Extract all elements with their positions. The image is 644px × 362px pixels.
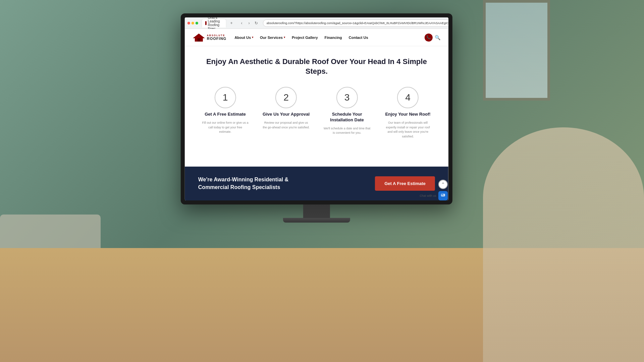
- browser-tab[interactable]: Ohio's Leading Roofing Spec...: [202, 19, 226, 27]
- browser-chrome-bar: Ohio's Leading Roofing Spec... + ‹ › ↻ a…: [185, 17, 448, 29]
- nav-links: About Us ▾ Our Services ▾ Project Galler…: [234, 36, 425, 40]
- url-text: absoluteroofing.com/?https://absoluteroo…: [266, 21, 448, 25]
- forward-button[interactable]: ›: [246, 20, 252, 26]
- close-button-dot[interactable]: [187, 22, 190, 24]
- monitor-screen: Ohio's Leading Roofing Spec... + ‹ › ↻ a…: [185, 17, 448, 200]
- website-content: ABSOLUTE ROOFING About Us ▾ Our Services…: [185, 29, 448, 200]
- window-controls: [187, 22, 198, 24]
- logo-icon: [193, 33, 205, 42]
- monitor-stand-base: [283, 218, 350, 223]
- utility-widgets: ⌃ Chat with us: [420, 180, 448, 200]
- logo-text: ABSOLUTE ROOFING: [207, 34, 226, 41]
- step-3-number: 3: [344, 92, 350, 103]
- step-2-circle: 2: [275, 87, 297, 108]
- svg-rect-1: [198, 38, 200, 42]
- minimize-button-dot[interactable]: [192, 22, 194, 24]
- address-bar[interactable]: absoluteroofing.com/?https://absoluteroo…: [263, 19, 448, 27]
- logo-line1: ABSOLUTE: [207, 34, 226, 37]
- step-1-circle: 1: [215, 87, 236, 108]
- section-heading: Enjoy An Aesthetic & Durable Roof Over Y…: [198, 57, 435, 76]
- monitor-container: Ohio's Leading Roofing Spec... + ‹ › ↻ a…: [181, 13, 452, 223]
- svg-rect-4: [441, 195, 444, 196]
- tab-favicon: [205, 21, 207, 25]
- nav-item-contact[interactable]: Contact Us: [349, 36, 368, 40]
- main-steps-section: Enjoy An Aesthetic & Durable Roof Over Y…: [185, 46, 448, 167]
- refresh-button[interactable]: ↻: [253, 20, 259, 26]
- step-3: 3 Schedule Your Installation Date We'll …: [320, 87, 374, 139]
- cta-banner: We're Award-Winning Residential & Commer…: [185, 167, 448, 200]
- step-2-description: Review our proposal and give us the go-a…: [263, 121, 310, 130]
- steps-grid: 1 Get A Free Estimate Fill out our onlin…: [198, 87, 435, 139]
- svg-rect-3: [441, 194, 443, 195]
- new-tab-button[interactable]: +: [228, 21, 234, 25]
- step-2-number: 2: [283, 92, 289, 103]
- monitor-frame: Ohio's Leading Roofing Spec... + ‹ › ↻ a…: [181, 13, 452, 204]
- window-decoration: [483, 0, 550, 101]
- logo-area: ABSOLUTE ROOFING: [193, 33, 226, 42]
- step-3-description: We'll schedule a date and time that is c…: [324, 126, 371, 135]
- about-dropdown-arrow: ▾: [252, 36, 253, 39]
- step-1-description: Fill out our online form or give us a ca…: [202, 121, 249, 134]
- maximize-button-dot[interactable]: [196, 22, 198, 24]
- services-dropdown-arrow: ▾: [284, 36, 285, 39]
- site-navigation: ABSOLUTE ROOFING About Us ▾ Our Services…: [185, 29, 448, 46]
- step-4-circle: 4: [397, 87, 419, 108]
- search-icon[interactable]: 🔍: [435, 35, 440, 40]
- nav-item-gallery[interactable]: Project Gallery: [292, 36, 318, 40]
- cta-text: We're Award-Winning Residential & Commer…: [198, 176, 312, 191]
- browser-navigation: ‹ › ↻: [238, 20, 259, 26]
- step-1-number: 1: [223, 92, 228, 103]
- step-4-number: 4: [405, 92, 411, 103]
- step-4-description: Our team of professionals will expertly …: [384, 121, 431, 139]
- back-button[interactable]: ‹: [238, 20, 245, 26]
- monitor-stand-neck: [303, 204, 330, 218]
- step-1: 1 Get A Free Estimate Fill out our onlin…: [198, 87, 253, 139]
- chat-widget[interactable]: Chat with us: [420, 191, 448, 200]
- step-2: 2 Give Us Your Approval Review our propo…: [259, 87, 313, 139]
- step-3-title: Schedule Your Installation Date: [320, 112, 374, 123]
- nav-item-about[interactable]: About Us ▾: [234, 36, 253, 40]
- person-silhouette: [483, 127, 644, 362]
- nav-item-financing[interactable]: Financing: [325, 36, 342, 40]
- step-1-title: Get A Free Estimate: [205, 112, 246, 117]
- step-3-circle: 3: [336, 87, 358, 108]
- nav-item-services[interactable]: Our Services ▾: [260, 36, 285, 40]
- step-4: 4 Enjoy Your New Roof! Our team of profe…: [381, 87, 435, 139]
- phone-button[interactable]: 📞: [425, 34, 433, 42]
- step-4-title: Enjoy Your New Roof!: [385, 112, 430, 117]
- scroll-to-top-button[interactable]: ⌃: [438, 180, 448, 189]
- chat-icon[interactable]: [438, 191, 448, 200]
- step-2-title: Give Us Your Approval: [263, 112, 310, 117]
- chat-label: Chat with us: [420, 194, 436, 197]
